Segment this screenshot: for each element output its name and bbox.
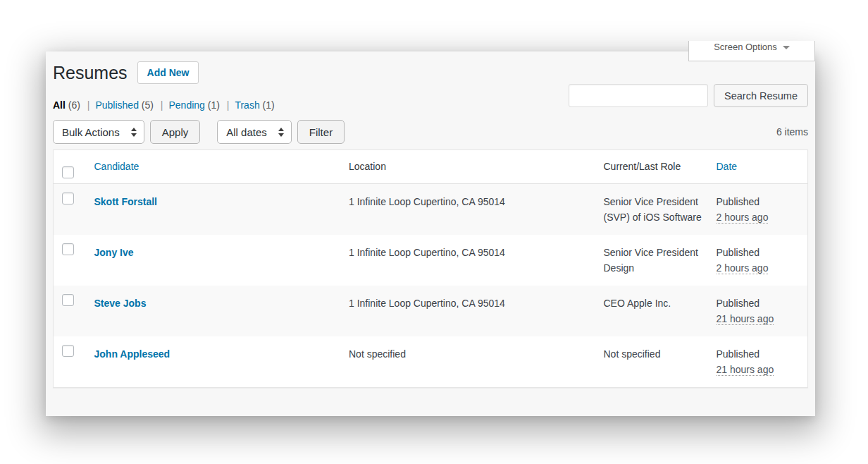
view-pending-link[interactable]: Pending (1) — [168, 99, 219, 111]
row-checkbox[interactable] — [62, 294, 74, 306]
candidate-cell: Jony Ive — [87, 235, 342, 286]
location-cell: 1 Infinite Loop Cupertino, CA 95014 — [342, 286, 597, 336]
status-text: Published — [717, 348, 760, 360]
date-cell: Published 2 hours ago — [709, 184, 808, 236]
table-header: Candidate Location Current/Last Role Dat… — [54, 150, 808, 184]
location-cell: 1 Infinite Loop Cupertino, CA 95014 — [342, 184, 597, 236]
row-checkbox-cell — [54, 286, 87, 336]
admin-page-card: Screen Options Resumes Add New Search Re… — [46, 51, 815, 416]
row-checkbox[interactable] — [62, 345, 74, 357]
candidate-cell: Steve Jobs — [87, 286, 342, 336]
role-cell: Senior Vice President (SVP) of iOS Softw… — [597, 184, 709, 236]
time-ago: 2 hours ago — [717, 212, 769, 224]
candidate-cell: Skott Forstall — [87, 184, 342, 236]
column-role: Current/Last Role — [597, 150, 709, 184]
view-pending: Pending (1) — [156, 99, 220, 111]
column-location: Location — [342, 150, 597, 184]
date-cell: Published 2 hours ago — [709, 235, 808, 286]
row-checkbox[interactable] — [62, 243, 74, 255]
resume-table-body: Skott Forstall 1 Infinite Loop Cupertino… — [54, 184, 808, 388]
select-arrows-icon — [278, 128, 284, 137]
role-cell: CEO Apple Inc. — [597, 286, 709, 336]
select-all-cell — [54, 150, 87, 184]
date-cell: Published 21 hours ago — [709, 286, 808, 336]
column-date: Date — [709, 150, 808, 184]
date-cell: Published 21 hours ago — [709, 336, 808, 388]
row-checkbox-cell — [54, 235, 87, 286]
candidate-link[interactable]: John Appleseed — [94, 348, 170, 360]
row-checkbox-cell — [54, 336, 87, 388]
items-count: 6 items — [776, 126, 808, 138]
search-resume-button[interactable]: Search Resume — [714, 84, 808, 107]
dates-label: All dates — [226, 126, 267, 138]
location-cell: 1 Infinite Loop Cupertino, CA 95014 — [342, 235, 597, 286]
candidate-cell: John Appleseed — [87, 336, 342, 388]
table-row: Jony Ive 1 Infinite Loop Cupertino, CA 9… — [54, 235, 808, 286]
table-row: John Appleseed Not specified Not specifi… — [54, 336, 808, 388]
view-published-link[interactable]: Published (5) — [95, 99, 154, 111]
dates-select[interactable]: All dates — [217, 120, 292, 144]
page-title: Resumes — [53, 63, 128, 83]
view-published: Published (5) — [83, 99, 154, 111]
view-trash-link[interactable]: Trash (1) — [235, 99, 274, 111]
status-text: Published — [717, 298, 760, 309]
row-checkbox[interactable] — [62, 193, 74, 204]
role-cell: Senior Vice President Design — [597, 235, 709, 286]
candidate-link[interactable]: Skott Forstall — [94, 196, 157, 207]
add-new-button[interactable]: Add New — [137, 61, 199, 84]
status-text: Published — [717, 196, 760, 207]
table-row: Skott Forstall 1 Infinite Loop Cupertino… — [54, 184, 808, 236]
search-input[interactable] — [569, 84, 708, 107]
apply-button[interactable]: Apply — [150, 120, 201, 144]
column-candidate-sort-link[interactable]: Candidate — [94, 161, 140, 172]
bulk-actions-select[interactable]: Bulk Actions — [53, 120, 144, 144]
view-all-link[interactable]: All (6) — [53, 99, 80, 111]
table-row: Steve Jobs 1 Infinite Loop Cupertino, CA… — [54, 286, 808, 336]
select-all-checkbox[interactable] — [62, 166, 74, 178]
view-all: All (6) — [53, 99, 80, 111]
search-box: Search Resume — [569, 84, 808, 107]
candidate-link[interactable]: Steve Jobs — [94, 298, 147, 309]
table-nav: Bulk Actions Apply All dates Filter 6 it… — [53, 120, 808, 144]
view-trash: Trash (1) — [223, 99, 275, 111]
column-candidate: Candidate — [87, 150, 342, 184]
bulk-actions-label: Bulk Actions — [62, 126, 120, 138]
select-arrows-icon — [131, 128, 137, 137]
time-ago: 21 hours ago — [717, 313, 774, 325]
status-text: Published — [717, 247, 760, 258]
row-checkbox-cell — [54, 184, 87, 236]
screen-options-label: Screen Options — [714, 42, 777, 52]
candidate-link[interactable]: Jony Ive — [94, 247, 134, 258]
time-ago: 21 hours ago — [717, 364, 774, 376]
column-date-sort-link[interactable]: Date — [717, 161, 738, 172]
time-ago: 2 hours ago — [717, 262, 769, 274]
resumes-table: Candidate Location Current/Last Role Dat… — [53, 149, 808, 388]
filter-button[interactable]: Filter — [297, 120, 345, 144]
location-cell: Not specified — [342, 336, 597, 388]
chevron-down-icon — [783, 46, 790, 49]
screenshot-stage: Screen Options Resumes Add New Search Re… — [0, 0, 868, 464]
page-header: Resumes Add New — [53, 51, 808, 84]
role-cell: Not specified — [597, 336, 709, 388]
